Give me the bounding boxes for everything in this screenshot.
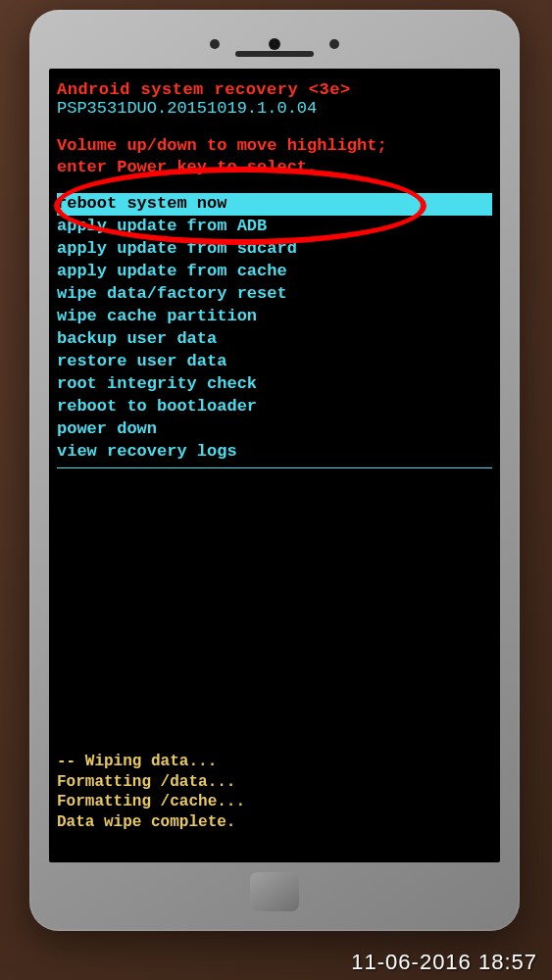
sensor-icon (329, 39, 339, 49)
sensor-icon (210, 39, 220, 49)
status-line: Data wipe complete. (57, 812, 492, 833)
instruction-line-1: Volume up/down to move highlight; (57, 135, 492, 157)
status-line: Formatting /data... (57, 772, 492, 793)
status-line: Formatting /cache... (57, 792, 492, 812)
menu-item-view-logs[interactable]: view recovery logs (57, 441, 492, 464)
speaker-grille (235, 51, 314, 57)
phone-top-sensors (29, 24, 520, 64)
photo-timestamp: 11-06-2016 18:57 (351, 950, 537, 975)
menu-item-power-down[interactable]: power down (57, 418, 492, 441)
menu-divider (57, 467, 492, 468)
menu-item-reboot-system[interactable]: reboot system now (57, 193, 492, 216)
navigation-instructions: Volume up/down to move highlight; enter … (57, 135, 492, 178)
menu-item-restore[interactable]: restore user data (57, 351, 492, 373)
menu-item-wipe-cache[interactable]: wipe cache partition (57, 306, 492, 328)
menu-item-update-adb[interactable]: apply update from ADB (57, 216, 492, 238)
recovery-menu: reboot system now apply update from ADB … (57, 193, 492, 468)
recovery-version: PSP3531DUO.20151019.1.0.04 (57, 99, 492, 118)
recovery-screen: Android system recovery <3e> PSP3531DUO.… (49, 69, 500, 862)
status-log: -- Wiping data... Formatting /data... Fo… (57, 752, 492, 833)
menu-item-reboot-bootloader[interactable]: reboot to bootloader (57, 396, 492, 418)
menu-item-update-sdcard[interactable]: apply update from sdcard (57, 238, 492, 261)
menu-item-wipe-data[interactable]: wipe data/factory reset (57, 283, 492, 306)
camera-icon (269, 38, 280, 50)
phone-frame: Android system recovery <3e> PSP3531DUO.… (29, 10, 520, 931)
instruction-line-2: enter Power key to select. (57, 157, 492, 178)
home-button[interactable] (250, 872, 299, 911)
recovery-title: Android system recovery <3e> (57, 80, 492, 99)
menu-item-root-check[interactable]: root integrity check (57, 373, 492, 396)
menu-item-backup[interactable]: backup user data (57, 328, 492, 351)
menu-item-update-cache[interactable]: apply update from cache (57, 261, 492, 283)
status-line: -- Wiping data... (57, 752, 492, 772)
